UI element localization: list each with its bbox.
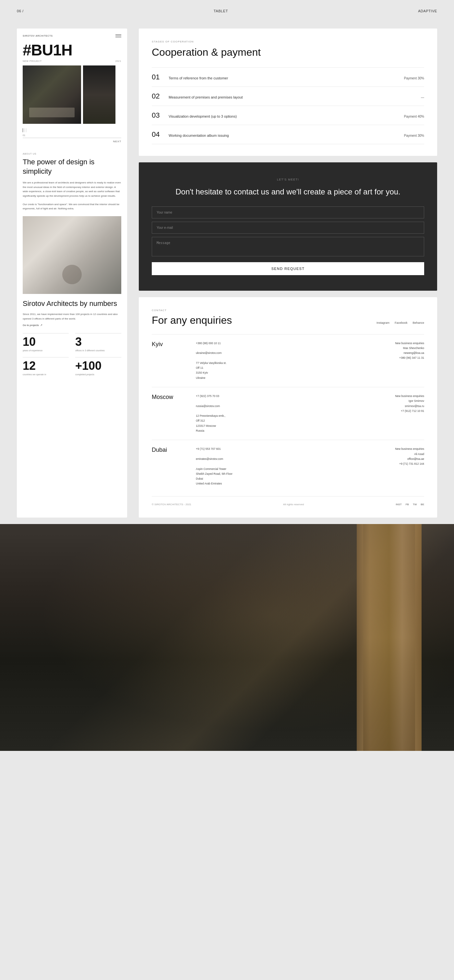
cooperation-item-4: 04 Working documentation album issuing P… xyxy=(152,125,424,144)
door-panel-decoration xyxy=(357,524,422,751)
hamburger-line xyxy=(115,34,121,35)
coop-desc-2: Measurement of premises and premises lay… xyxy=(169,95,416,99)
city-row-moscow: Moscow +7 (922) 375 70 03 russia@sirotov… xyxy=(152,387,424,440)
social-instagram[interactable]: Instagram xyxy=(376,321,389,325)
project-images xyxy=(23,65,121,124)
hamburger-icon[interactable] xyxy=(115,34,121,37)
social-behance[interactable]: Behance xyxy=(413,321,424,325)
image-simulation xyxy=(83,65,115,124)
moscow-email[interactable]: russia@sirotov.com xyxy=(196,404,220,408)
cooperation-title: Cooperation & payment xyxy=(152,46,424,58)
dubai-biz-name: Ali Asad xyxy=(414,452,424,456)
kyiv-address: 77 Velyka Vasylkivska st.Off 113150 Kyiv… xyxy=(196,361,226,380)
project-meta: NEW PROJECT 2021 xyxy=(23,60,121,62)
layout-label: ADAPTIVE xyxy=(418,9,437,13)
arrow-icon: ↗ xyxy=(40,324,43,327)
city-name-moscow: Moscow xyxy=(152,394,191,433)
right-panel: STAGES OF COOPERATION Cooperation & paym… xyxy=(139,29,437,517)
stat-label: years of experience xyxy=(23,349,69,352)
about-label: ABOUT US xyxy=(23,153,121,155)
about-text-1: We are a professional team of architects… xyxy=(23,180,121,198)
bottom-hero-image xyxy=(0,524,454,751)
numbers-desc: Since 2011, we have implemented more tha… xyxy=(23,312,121,321)
project-title: #BU1H xyxy=(23,43,121,58)
kyiv-phone: +380 (98) 000 10 11 xyxy=(196,342,221,345)
dubai-address: Aspin Commercial TowerSheikh Zayed Road,… xyxy=(196,467,233,485)
kyiv-biz-email[interactable]: neweng@ksa.ua xyxy=(404,351,424,355)
project-image-main xyxy=(23,65,81,124)
top-bar: 06 / TABLET ADAPTIVE xyxy=(0,0,454,22)
device-label: TABLET xyxy=(214,9,228,13)
coop-desc-3: Visualization development (up to 3 optio… xyxy=(169,115,399,118)
moscow-phone: +7 (922) 375 70 03 xyxy=(196,395,219,398)
slide-dot xyxy=(26,128,26,132)
footer-tw[interactable]: TW xyxy=(413,503,417,506)
stat-label: countries we operate in xyxy=(23,373,69,376)
coop-payment-1: Payment 30% xyxy=(404,76,424,80)
cooperation-item-1: 01 Terms of reference from the customer … xyxy=(152,67,424,86)
cooperation-item-3: 03 Visualization development (up to 3 op… xyxy=(152,106,424,125)
about-title: The power of design is simplicity xyxy=(23,158,121,176)
slide-dot-active xyxy=(23,128,23,132)
divider xyxy=(23,138,121,138)
moscow-biz-email[interactable]: smirnov@tsa.ru xyxy=(405,404,424,408)
footer-copyright: © SIROTOV ARCHITECTS - 2021 xyxy=(152,503,191,506)
project-image-side xyxy=(83,65,115,124)
city-row-dubai: Dubai +9 (71) 553 707 601 emirates@sirot… xyxy=(152,440,424,493)
project-year: 2021 xyxy=(115,60,121,62)
panel-header: SIROTOV ARCHITECTS xyxy=(23,34,121,37)
left-panel: SIROTOV ARCHITECTS #BU1H NEW PROJECT 202… xyxy=(17,29,127,517)
city-business-dubai: New business enquiries Ali Asad office@t… xyxy=(312,447,424,486)
cooperation-item-2: 02 Measurement of premises and premises … xyxy=(152,86,424,106)
footer-inst[interactable]: INST xyxy=(396,503,401,506)
dubai-biz-email[interactable]: office@tsa.ae xyxy=(407,457,424,460)
city-business-moscow: New business enquiries Igor Smirnov smir… xyxy=(312,394,424,433)
contact-form-card: LET'S MEET! Don't hesitate to contact us… xyxy=(139,162,437,291)
moscow-biz-phone: +7 (912) 712 10 91 xyxy=(401,409,424,412)
main-content: SIROTOV ARCHITECTS #BU1H NEW PROJECT 202… xyxy=(0,29,454,517)
cooperation-section-label: STAGES OF COOPERATION xyxy=(152,40,424,43)
go-projects-link[interactable]: Go to projects ↗ xyxy=(23,324,121,327)
city-details-moscow: +7 (922) 375 70 03 russia@sirotov.com 12… xyxy=(196,394,307,433)
numbers-title: Sirotov Architects by numbers xyxy=(23,299,121,309)
coop-num-4: 04 xyxy=(152,130,163,139)
coop-num-1: 01 xyxy=(152,73,163,81)
coop-num-2: 02 xyxy=(152,92,163,100)
contact-section-label: CONTACT xyxy=(152,309,424,312)
dubai-email[interactable]: emirates@sirotov.com xyxy=(196,457,223,460)
stat-item-experience: 10 years of experience xyxy=(23,333,69,352)
moscow-biz-name: Igor Smirnov xyxy=(409,399,424,402)
about-image xyxy=(23,216,121,294)
send-request-button[interactable]: SEND REQUEST xyxy=(152,262,424,275)
about-section: ABOUT US The power of design is simplici… xyxy=(23,153,121,211)
city-business-kyiv: New business enquiries Max Shevchenko ne… xyxy=(312,341,424,380)
stats-grid: 10 years of experience 3 offices in 3 di… xyxy=(23,333,121,377)
message-input[interactable] xyxy=(152,237,424,256)
city-details-dubai: +9 (71) 553 707 601 emirates@sirotov.com… xyxy=(196,447,307,486)
footer-fb[interactable]: FB xyxy=(406,503,409,506)
moscow-address: 12 Presnienskaya emb.,Off 312123317 Mosc… xyxy=(196,414,225,432)
stat-number: 3 xyxy=(75,336,121,348)
kyiv-email[interactable]: ukraine@sirotov.com xyxy=(196,351,221,355)
hamburger-line xyxy=(115,36,121,36)
stat-number: +100 xyxy=(75,360,121,372)
stat-label: completed projects xyxy=(75,373,121,376)
city-details-kyiv: +380 (98) 000 10 11 ukraine@sirotov.com … xyxy=(196,341,307,380)
stat-item-countries: 12 countries we operate in xyxy=(23,357,69,376)
email-input[interactable] xyxy=(152,222,424,234)
slide-number: 01 xyxy=(23,134,121,137)
coop-num-3: 03 xyxy=(152,111,163,119)
social-facebook[interactable]: Facebook xyxy=(395,321,408,325)
contact-title: For any enquiries xyxy=(152,314,232,326)
hamburger-line xyxy=(115,37,121,37)
brand-logo: SIROTOV ARCHITECTS xyxy=(23,35,53,37)
city-name-dubai: Dubai xyxy=(152,447,191,486)
dubai-phone: +9 (71) 553 707 601 xyxy=(196,447,221,450)
contact-header: For any enquiries Instagram Facebook Beh… xyxy=(152,314,424,326)
nav-next-label[interactable]: NEXT xyxy=(23,140,121,143)
project-label: NEW PROJECT xyxy=(23,60,42,62)
name-input[interactable] xyxy=(152,207,424,218)
stat-item-projects: +100 completed projects xyxy=(75,357,121,376)
footer-be[interactable]: BE xyxy=(421,503,424,506)
kyiv-biz-name: Max Shevchenko xyxy=(403,347,424,350)
